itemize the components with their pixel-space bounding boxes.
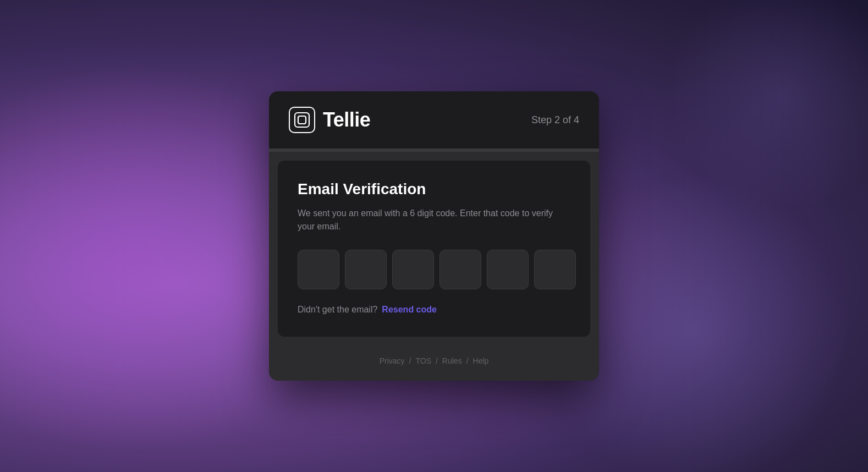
footer-sep-2: / — [436, 356, 438, 365]
footer-sep-3: / — [466, 356, 469, 365]
svg-rect-1 — [298, 116, 306, 124]
code-digit-4[interactable] — [440, 250, 481, 289]
logo-area: Tellie — [289, 107, 370, 133]
modal-footer: Privacy / TOS / Rules / Help — [269, 345, 599, 381]
content-card: Email Verification We sent you an email … — [278, 161, 590, 337]
page-description: We sent you an email with a 6 digit code… — [298, 207, 562, 233]
footer-sep-1: / — [409, 356, 411, 365]
logo-text: Tellie — [323, 108, 370, 131]
code-input-group — [298, 250, 570, 289]
footer-tos-link[interactable]: TOS — [415, 356, 431, 365]
header-divider — [269, 149, 599, 152]
resend-row: Didn't get the email? Resend code — [298, 305, 570, 315]
code-digit-3[interactable] — [392, 250, 434, 289]
code-digit-1[interactable] — [298, 250, 339, 289]
page-title: Email Verification — [298, 180, 570, 198]
main-modal: Tellie Step 2 of 4 Email Verification We… — [269, 91, 599, 381]
resend-prompt: Didn't get the email? — [298, 305, 377, 315]
footer-help-link[interactable]: Help — [473, 356, 489, 365]
modal-header: Tellie Step 2 of 4 — [269, 91, 599, 149]
tellie-logo-icon — [289, 107, 315, 133]
code-digit-2[interactable] — [345, 250, 387, 289]
code-digit-6[interactable] — [534, 250, 576, 289]
step-indicator: Step 2 of 4 — [531, 114, 579, 126]
svg-rect-0 — [295, 113, 309, 127]
code-digit-5[interactable] — [487, 250, 529, 289]
resend-code-link[interactable]: Resend code — [382, 305, 437, 315]
footer-rules-link[interactable]: Rules — [442, 356, 462, 365]
footer-privacy-link[interactable]: Privacy — [380, 356, 405, 365]
